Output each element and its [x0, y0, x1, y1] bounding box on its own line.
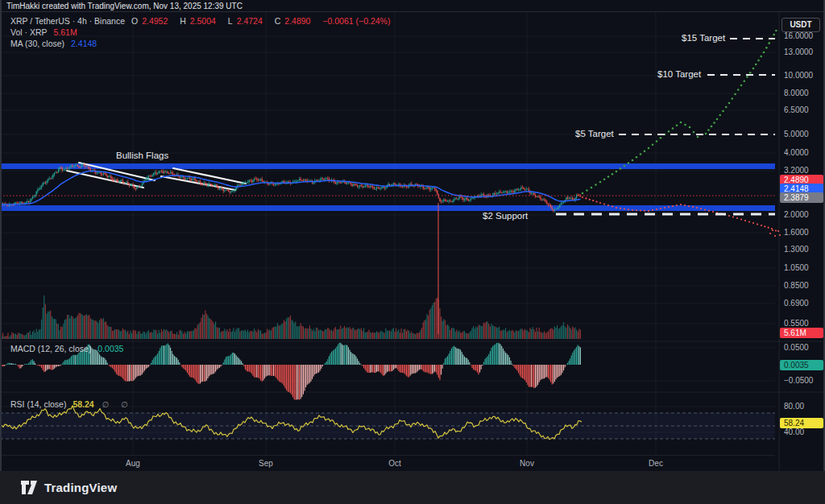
price-tick-label: 1.6000: [784, 228, 809, 237]
chart-area[interactable]: XRP / TetherUS · 4h · Binance O2.4952 H2…: [0, 0, 825, 471]
price-tick-label: 5.0000: [784, 130, 809, 138]
month-label: Nov: [520, 459, 534, 468]
low-value: 2.4724: [237, 16, 263, 26]
price-badge: 0.0035: [780, 360, 823, 370]
macd-legend: MACD (12, 26, close) 0.0035: [10, 344, 123, 353]
bullish-flags-annotation: Bullish Flags: [116, 151, 168, 160]
price-tick-label: 0.6900: [784, 299, 809, 308]
month-label: Sep: [259, 459, 273, 468]
footer-bar: TradingView: [0, 471, 825, 504]
date-axis[interactable]: AugSepOctNovDec: [0, 455, 775, 471]
volume-value: 5.61M: [53, 27, 77, 37]
price-tick-label: −0.0500: [784, 376, 813, 385]
tradingview-logo-text: TradingView: [44, 481, 117, 494]
chart-legend: XRP / TetherUS · 4h · Binance O2.4952 H2…: [10, 16, 395, 50]
volume-label: Vol · XRP: [10, 27, 48, 37]
price-tick-label: 4.0000: [784, 148, 809, 157]
price-tick-label: 1.3000: [784, 245, 809, 254]
price-badge: 2.3879: [780, 192, 823, 203]
price-tick-label: 0.8500: [784, 281, 809, 290]
price-tick-label: 13.0000: [784, 48, 813, 56]
price-tick-label: 3.2000: [784, 166, 809, 175]
left-frame: [0, 0, 2, 471]
price-tick-label: 0.0500: [784, 343, 809, 352]
hidden-series-icons[interactable]: ∅ ∅: [102, 400, 133, 409]
ma-value: 2.4148: [71, 39, 97, 48]
change-value: −0.0061 (−0.24%): [322, 16, 390, 26]
price-axis[interactable]: USDT 16.000013.000010.00008.00006.50005.…: [780, 0, 825, 471]
macd-label: MACD (12, 26, close): [10, 344, 91, 353]
price-tick-label: 40.00: [784, 428, 804, 436]
ma-label: MA (30, close): [10, 39, 64, 48]
price-tick-label: 8.0000: [784, 89, 809, 97]
target-10-label: $10 Target: [657, 69, 701, 79]
attribution-text: TimHakki created with TradingView.com, N…: [6, 2, 243, 10]
month-label: Aug: [126, 459, 140, 468]
target-15-label: $15 Target: [682, 33, 725, 43]
tradingview-logo-icon: [20, 480, 38, 495]
ma-row: MA (30, close) 2.4148: [10, 39, 395, 50]
open-value: 2.4952: [142, 16, 168, 26]
target-5-label: $5 Target: [575, 129, 614, 138]
price-tick-label: 1.0500: [784, 263, 809, 272]
price-badge: 5.61M: [780, 328, 823, 338]
symbol-row: XRP / TetherUS · 4h · Binance O2.4952 H2…: [10, 16, 395, 27]
rsi-label: RSI (14, close): [10, 399, 66, 409]
month-label: Dec: [649, 459, 663, 468]
close-value: 2.4890: [284, 16, 310, 26]
high-value: 2.5004: [190, 16, 216, 26]
price-tick-label: 80.00: [784, 402, 804, 411]
price-tick-label: 6.5000: [784, 105, 809, 114]
price-tick-label: 0.5500: [784, 319, 809, 328]
currency-toggle-button[interactable]: USDT: [781, 18, 820, 32]
rsi-value: 58.24: [73, 399, 93, 409]
price-tick-label: 16.0000: [784, 31, 813, 40]
rsi-legend: RSI (14, close) 58.24 ∅ ∅: [10, 399, 133, 409]
price-tick-label: 2.0000: [784, 210, 809, 219]
tradingview-logo[interactable]: TradingView: [20, 480, 117, 495]
symbol-title: XRP / TetherUS · 4h · Binance: [10, 16, 125, 26]
price-badge: 58.24: [780, 418, 823, 428]
price-tick-label: 10.0000: [784, 71, 813, 80]
month-label: Oct: [388, 459, 401, 468]
volume-row: Vol · XRP 5.61M: [10, 27, 395, 39]
macd-value: 0.0035: [97, 344, 123, 353]
support-2-label: $2 Support: [483, 211, 528, 221]
attribution-bar: TimHakki created with TradingView.com, N…: [0, 0, 825, 12]
tradingview-screenshot: TimHakki created with TradingView.com, N…: [0, 0, 825, 504]
